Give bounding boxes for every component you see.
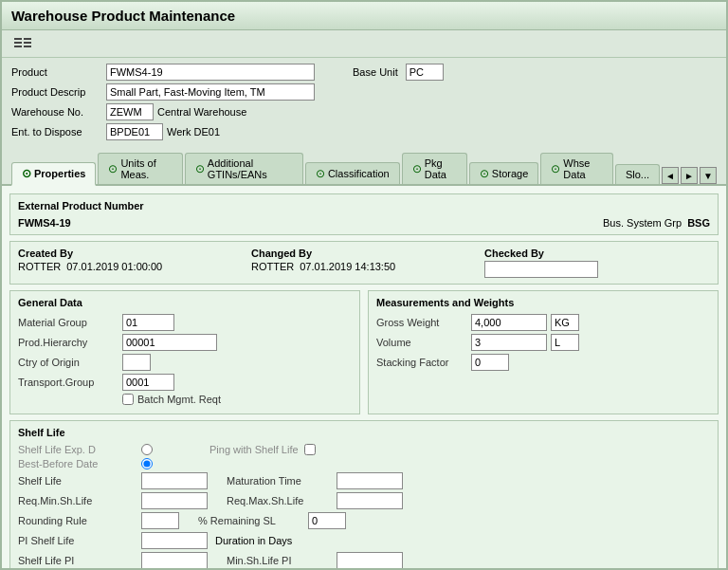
ext-product-value: FWMS4-19 (18, 217, 71, 229)
toolbar (2, 30, 726, 58)
menu-icon[interactable] (11, 34, 34, 53)
tab-properties-icon: ⊙ (22, 167, 31, 180)
tab-whse-label: Whse Data (563, 157, 603, 180)
tab-nav-right[interactable]: ► (681, 167, 698, 184)
created-by-values: ROTTER 07.01.2019 01:00:00 (18, 261, 244, 272)
tab-whse-data[interactable]: ⊙ Whse Data (540, 153, 613, 184)
product-input[interactable] (106, 64, 315, 81)
shelf-life-pi-row: Shelf Life PI Min.Sh.Life PI (18, 552, 710, 568)
tab-units-icon: ⊙ (108, 162, 118, 175)
shelf-life-exp-radio[interactable] (141, 444, 153, 455)
ext-product-row: FWMS4-19 Bus. System Grp BSG (18, 217, 710, 229)
gross-weight-unit-input[interactable] (551, 314, 579, 331)
batch-mgmt-label: Batch Mgmt. Reqt (137, 394, 221, 405)
base-unit-label: Base Unit (353, 66, 398, 78)
product-descr-input[interactable] (106, 83, 315, 101)
maturation-time-label: Maturation Time (227, 475, 331, 487)
tab-nav-menu[interactable]: ▼ (700, 167, 717, 184)
ping-checkbox[interactable] (304, 444, 316, 455)
ent-dispose-row: Ent. to Dispose Werk DE01 (11, 123, 717, 140)
batch-mgmt-checkbox[interactable] (122, 394, 134, 405)
min-sh-life-pi-group: Min.Sh.Life PI (227, 552, 403, 568)
created-by-group: Created By ROTTER 07.01.2019 01:00:00 (18, 248, 244, 278)
warehouse-row: Warehouse No. Central Warehouse (11, 103, 717, 120)
shelf-life-exp-label: Shelf Life Exp. D (18, 444, 141, 455)
maturation-time-input[interactable] (337, 472, 403, 489)
best-before-label: Best-Before Date (18, 458, 141, 469)
min-sh-life-pi-input[interactable] (337, 552, 403, 568)
prod-hierarchy-row: Prod.Hierarchy (18, 334, 352, 351)
bus-system-grp: Bus. System Grp BSG (603, 217, 710, 229)
rounding-rule-input[interactable] (141, 512, 179, 529)
duration-days-label: Duration in Days (215, 535, 292, 546)
prod-hierarchy-input[interactable] (122, 334, 217, 351)
tab-storage[interactable]: ⊙ Storage (469, 162, 539, 184)
tab-pkg-icon: ⊙ (412, 162, 422, 175)
shelf-life-input[interactable] (141, 472, 208, 489)
transport-group-label: Transport.Group (18, 377, 122, 388)
tab-gtins-icon: ⊙ (195, 162, 205, 175)
gross-weight-input[interactable] (471, 314, 547, 331)
tab-properties-label: Properties (34, 168, 85, 179)
tab-units-label: Units of Meas. (120, 157, 172, 180)
svg-rect-5 (24, 46, 31, 47)
batch-mgmt-row: Batch Mgmt. Reqt (18, 394, 352, 405)
pi-shelf-life-input[interactable] (141, 532, 208, 549)
shelf-life-pi-input[interactable] (141, 552, 208, 568)
bus-system-grp-label: Bus. System Grp (603, 217, 682, 229)
tab-slo-label: Slo... (626, 169, 649, 180)
tab-pkg-data[interactable]: ⊙ Pkg Data (402, 153, 467, 184)
material-group-input[interactable] (122, 314, 174, 331)
svg-rect-0 (14, 38, 22, 40)
tab-nav-left[interactable]: ◄ (662, 167, 679, 184)
req-max-group: Req.Max.Sh.Life (227, 492, 403, 509)
changed-by-user: ROTTER (251, 261, 294, 272)
main-window: Warehouse Product Maintenance Product Ba… (0, 0, 728, 570)
shelf-life-pi-label: Shelf Life PI (18, 555, 141, 566)
req-min-row: Req.Min.Sh.Life Req.Max.Sh.Life (18, 492, 710, 509)
product-descr-row: Product Descrip (11, 83, 717, 101)
checked-by-input[interactable] (484, 261, 598, 278)
volume-row: Volume (376, 334, 710, 351)
svg-rect-2 (14, 46, 22, 47)
best-before-radio[interactable] (141, 458, 153, 469)
req-max-input[interactable] (337, 492, 403, 509)
warehouse-code-input[interactable] (106, 103, 154, 120)
volume-unit-input[interactable] (551, 334, 579, 351)
ping-label: Ping with Shelf Life (209, 444, 299, 455)
created-by-user: ROTTER (18, 261, 61, 272)
product-row: Product Base Unit (11, 64, 717, 81)
stacking-factor-input[interactable] (471, 354, 509, 371)
tab-units-of-meas[interactable]: ⊙ Units of Meas. (98, 153, 182, 184)
req-min-input[interactable] (141, 492, 208, 509)
window-title: Warehouse Product Maintenance (11, 8, 235, 24)
changed-by-label: Changed By (251, 248, 477, 259)
transport-group-row: Transport.Group (18, 374, 352, 391)
shelf-life-title: Shelf Life (18, 427, 710, 440)
volume-input[interactable] (471, 334, 547, 351)
rounding-row: Rounding Rule % Remaining SL (18, 512, 710, 529)
tab-additional-gtins[interactable]: ⊙ Additional GTINs/EANs (185, 153, 303, 184)
measurements-title: Measurements and Weights (376, 297, 710, 310)
bus-system-grp-value: BSG (687, 217, 710, 229)
base-unit-input[interactable] (406, 64, 444, 81)
created-by-label: Created By (18, 248, 244, 259)
tab-class-label: Classification (328, 168, 390, 179)
ctry-origin-label: Ctry of Origin (18, 357, 122, 368)
ent-dispose-name: Werk DE01 (167, 126, 220, 138)
svg-rect-4 (24, 42, 31, 44)
tab-properties[interactable]: ⊙ Properties (11, 162, 96, 186)
ent-dispose-code-input[interactable] (106, 123, 163, 140)
tab-slo[interactable]: Slo... (615, 164, 660, 184)
tab-class-icon: ⊙ (316, 167, 325, 180)
ctry-origin-input[interactable] (122, 354, 151, 371)
shelf-life-row: Shelf Life Maturation Time (18, 472, 710, 489)
material-group-label: Material Group (18, 317, 122, 328)
pct-remaining-input[interactable] (308, 512, 346, 529)
maturation-group: Maturation Time (227, 472, 403, 489)
gross-weight-row: Gross Weight (376, 314, 710, 331)
measurements-section: Measurements and Weights Gross Weight Vo… (368, 290, 719, 414)
transport-group-input[interactable] (122, 374, 174, 391)
stacking-factor-label: Stacking Factor (376, 357, 471, 368)
tab-classification[interactable]: ⊙ Classification (305, 162, 400, 184)
